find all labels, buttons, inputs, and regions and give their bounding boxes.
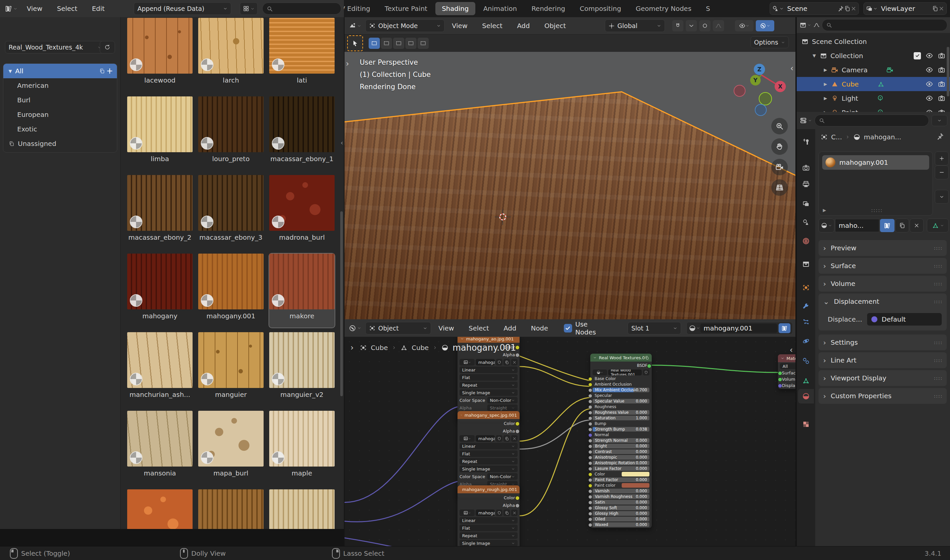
asset-item-lati[interactable]: lati — [269, 18, 335, 92]
select-box-mode-0[interactable] — [369, 38, 380, 49]
disable-render-icon[interactable] — [938, 109, 945, 112]
node-socket[interactable] — [588, 506, 592, 510]
catalog-item-american[interactable]: American — [3, 78, 117, 93]
viewport-shading-rendered-button[interactable] — [756, 20, 774, 31]
mesh-data-dropdown[interactable] — [927, 218, 948, 232]
shader-context-dropdown[interactable]: Object — [365, 322, 431, 334]
filter-icon[interactable] — [813, 22, 820, 28]
refresh-library-button[interactable] — [100, 41, 115, 54]
asset-item-mansonia[interactable]: mansonia — [127, 411, 192, 485]
node-socket[interactable] — [588, 456, 592, 460]
active-tool-button[interactable] — [347, 35, 363, 51]
workspace-tab-texture-paint[interactable]: Texture Paint — [378, 2, 434, 15]
asset-item-mahogany[interactable]: mahogany — [127, 254, 192, 328]
panel-grip-icon[interactable]: :::: — [934, 393, 947, 398]
outliner-row-point[interactable]: ▶Point — [797, 105, 950, 112]
input-number-field[interactable]: Varnish0.000 — [593, 489, 650, 493]
node-socket[interactable] — [515, 422, 520, 426]
camera-view-button[interactable] — [771, 159, 788, 175]
snap-settings-dropdown[interactable] — [686, 20, 697, 31]
transform-orientation-dropdown[interactable]: Global — [605, 20, 665, 32]
node-dropdown[interactable]: Repeat — [459, 532, 517, 539]
node-socket[interactable] — [588, 394, 592, 398]
asset-thumbnail[interactable] — [198, 175, 263, 231]
node-socket[interactable] — [588, 411, 592, 415]
disable-render-icon[interactable] — [938, 94, 945, 102]
breadcrumb-mesh[interactable]: Cube — [411, 344, 429, 352]
node-dropdown[interactable]: Flat — [459, 451, 517, 457]
unlink-material-button[interactable] — [910, 218, 924, 232]
gizmo-axis-y-neg[interactable] — [759, 92, 772, 105]
properties-tab-modifiers[interactable] — [798, 299, 814, 313]
asset-item-macassar-ebony-1[interactable]: macassar_ebony_1 — [269, 97, 335, 171]
pin-icon[interactable] — [838, 5, 844, 12]
properties-tab-constraints[interactable] — [798, 354, 814, 368]
zoom-button[interactable] — [771, 118, 788, 134]
node-socket[interactable] — [588, 439, 592, 443]
node-dropdown[interactable]: Single Image — [459, 540, 517, 546]
properties-tab-texture[interactable] — [798, 417, 814, 432]
proportional-falloff-dropdown[interactable] — [713, 20, 724, 31]
node-socket[interactable] — [778, 377, 782, 382]
node-socket[interactable] — [588, 416, 592, 420]
asset-item-mapa-burl[interactable]: mapa_burl — [198, 411, 263, 485]
node-socket[interactable] — [588, 523, 592, 527]
properties-tab-render[interactable] — [798, 160, 814, 175]
editor-type-button[interactable] — [799, 117, 812, 125]
viewlayer-dropdown-icon[interactable] — [873, 6, 878, 11]
remove-material-slot-button[interactable] — [935, 165, 948, 179]
exclude-checkbox[interactable] — [914, 52, 921, 60]
properties-tab-output[interactable] — [798, 177, 814, 192]
asset-thumbnail[interactable] — [269, 489, 335, 529]
asset-thumbnail[interactable] — [198, 489, 263, 529]
input-number-field[interactable]: Varnish Roughness0.000 — [593, 494, 650, 499]
node-socket[interactable] — [588, 517, 592, 522]
toolbar-toggle-icon[interactable]: › — [351, 343, 354, 352]
input-number-field[interactable]: Bright0.000 — [593, 444, 650, 448]
pan-button[interactable] — [771, 138, 788, 155]
panel-settings[interactable]: ›Settings:::: — [819, 334, 947, 350]
node-socket[interactable] — [588, 433, 592, 437]
node-header[interactable]: Real Wood Textures.001 — [590, 354, 652, 362]
input-number-field[interactable]: Contrast0.000 — [593, 449, 650, 454]
unlink-icon[interactable] — [851, 6, 856, 12]
editor-type-button[interactable] — [347, 324, 363, 332]
panel-grip-icon[interactable]: :::: — [934, 245, 947, 251]
asset-thumbnail[interactable] — [198, 332, 263, 388]
node-socket[interactable] — [588, 388, 592, 392]
checkbox-checked-icon[interactable] — [564, 324, 572, 332]
editor-type-button[interactable] — [799, 22, 811, 29]
displacement-method-dropdown[interactable]: Default — [867, 313, 942, 326]
asset-item-manguier-v2[interactable]: manguier_v2 — [269, 332, 335, 406]
outliner-item-label[interactable]: Scene Collection — [812, 38, 867, 46]
asset-grid-scrollbar[interactable] — [340, 211, 343, 396]
mode-dropdown[interactable]: Object Mode — [365, 20, 445, 32]
breadcrumb-material[interactable]: mahogan... — [864, 133, 901, 141]
expand-triangle-icon[interactable]: ▶ — [824, 67, 827, 72]
shield-button[interactable] — [496, 359, 502, 366]
node-dropdown[interactable]: Linear — [459, 517, 517, 524]
properties-tab-scene[interactable] — [798, 215, 814, 229]
shader-menu-view[interactable]: View — [431, 324, 461, 332]
node-canvas[interactable]: ›CubeCubemahogany.001‹mahogany_ao.jpg.00… — [345, 337, 795, 546]
panel-grip-icon[interactable]: :::: — [934, 375, 947, 381]
asset-thumbnail[interactable] — [198, 97, 263, 152]
list-resize-grip[interactable]: ::::: — [871, 208, 882, 213]
asset-thumbnail[interactable] — [127, 254, 192, 309]
properties-tab-object[interactable] — [798, 280, 814, 295]
input-number-field[interactable]: Strength Normal0.000 — [593, 438, 650, 443]
asset-thumbnail[interactable] — [127, 489, 192, 529]
properties-tab-physics[interactable] — [798, 334, 814, 348]
asset-thumbnail[interactable] — [127, 175, 192, 231]
proportional-editing-toggle[interactable] — [699, 20, 710, 31]
image-texture-node[interactable]: mahogany_rough.jpg.001ColorAlphamahogany… — [457, 485, 520, 546]
image-browse-button[interactable] — [459, 509, 475, 516]
properties-tab-material[interactable] — [798, 389, 814, 403]
panel-custom-properties[interactable]: ›Custom Properties:::: — [819, 388, 947, 404]
slot-dropdown[interactable]: Slot 1 — [628, 322, 681, 334]
sidebar-toggle-icon[interactable]: ‹ — [790, 345, 793, 355]
duplicate-icon[interactable] — [932, 5, 938, 12]
select-box-mode-1[interactable] — [381, 38, 392, 49]
select-box-mode-3[interactable] — [405, 38, 417, 49]
outliner-scrollbar[interactable] — [947, 47, 949, 97]
